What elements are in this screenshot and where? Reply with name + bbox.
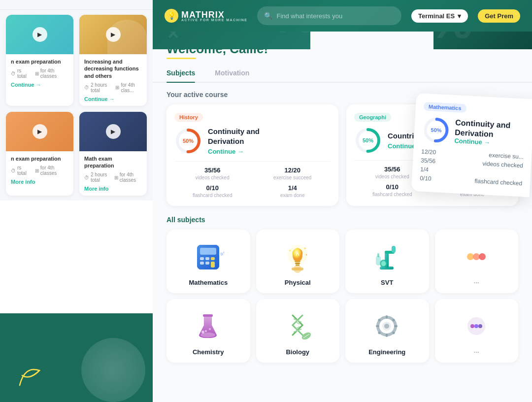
play-button-3[interactable]: ▶ [33, 124, 47, 139]
floating-badge: Mathematics [424, 102, 466, 113]
svg-point-40 [205, 330, 207, 332]
app-header: 💡 MATHRIX ACTIVE FOR MORE MACHINE 🔍 Term… [153, 0, 532, 32]
all-subjects-title: All subjects [153, 216, 532, 224]
search-input[interactable] [276, 12, 395, 20]
subject-svt[interactable]: SVT [345, 230, 429, 293]
chemistry-icon [191, 309, 226, 343]
svt-icon [370, 239, 404, 274]
left-course-card-1[interactable]: ▶ n exam preparation ⏱ rs total ⊞ for 4t… [6, 15, 73, 106]
svg-rect-28 [392, 246, 396, 253]
floating-info: Continuity andDerivation Continue → [454, 118, 511, 147]
main-tabs: Subjects Motivation [153, 64, 532, 83]
floating-stat-label-1: videos checked [482, 160, 523, 169]
svg-rect-16 [295, 263, 300, 264]
continue-action-2[interactable]: Continue → [84, 96, 142, 102]
svg-rect-51 [386, 334, 388, 337]
history-stat-3: 1/4 exam done [255, 184, 331, 198]
play-button-1[interactable]: ▶ [33, 27, 47, 42]
history-progress-label: 50% [183, 138, 194, 144]
mathematics-icon: a+b [191, 239, 226, 274]
svg-rect-15 [295, 261, 300, 262]
search-bar[interactable]: 🔍 [257, 6, 401, 25]
svg-point-60 [474, 324, 478, 328]
active-course-history: History 50% Continuity andDerivation Con… [166, 104, 338, 206]
svg-text:a+b: a+b [219, 248, 224, 256]
floating-stat-label-0: exercise su... [489, 152, 524, 161]
subject-more[interactable]: ··· [435, 230, 519, 293]
welcome-underline [166, 58, 196, 59]
more-info-3[interactable]: More info [11, 179, 68, 185]
history-card-info: Continuity andDerivation Continue → [208, 127, 260, 155]
course-title-1: n exam preparation [11, 58, 68, 65]
subject-biology[interactable]: Biology [256, 299, 340, 363]
more-info-4[interactable]: More info [84, 186, 142, 192]
tab-motivation[interactable]: Motivation [215, 64, 249, 82]
course-meta-3: ⏱ rs total ⊞ for 4th classes [11, 165, 68, 176]
swirl-decoration [15, 361, 44, 392]
more-name: ··· [440, 279, 514, 286]
physical-icon: ✦ ✦ ✦ [280, 239, 315, 274]
course-title-4: Math exam preparation [84, 155, 142, 169]
history-stat-2: 0/10 flashcard checked [174, 184, 251, 198]
avatar-circle [81, 338, 145, 402]
history-stat-label-1: exercise succeed [255, 175, 331, 180]
svg-point-39 [209, 328, 211, 330]
history-stat-1: 12/20 exercise succeed [255, 167, 331, 180]
subject-chemistry[interactable]: Chemistry [166, 299, 250, 363]
hours-4: 2 hours total [91, 172, 109, 183]
left-course-card-3[interactable]: ▶ n exam preparation ⏱ rs total ⊞ for 4t… [6, 112, 73, 196]
history-card-main: 50% Continuity andDerivation Continue → [174, 127, 331, 155]
continue-action-1[interactable]: Continue → [11, 82, 68, 88]
svg-rect-32 [377, 253, 379, 257]
play-button-2[interactable]: ▶ [106, 27, 121, 42]
svg-point-30 [381, 261, 386, 266]
subject-mathematics[interactable]: a+b Mathematics [166, 230, 250, 293]
svt-name: SVT [350, 279, 424, 286]
svg-rect-6 [200, 248, 216, 255]
hours-2: 2 hours total [91, 82, 110, 93]
history-badge: History [174, 113, 203, 122]
floating-stat-value-1: 35/56 [421, 157, 436, 165]
svg-rect-36 [203, 314, 213, 317]
svg-point-49 [384, 324, 389, 329]
svg-point-24 [294, 265, 301, 273]
tab-subjects[interactable]: Subjects [166, 64, 195, 82]
mathematics-name: Mathematics [171, 279, 245, 286]
more2-name: ··· [440, 348, 514, 356]
floating-stat-value-2: 1/4 [420, 166, 429, 173]
engineering-icon [370, 309, 404, 343]
play-button-4[interactable]: ▶ [106, 124, 121, 139]
left-course-card-4[interactable]: ▶ Math exam preparation ⏱ 2 hours total … [79, 112, 147, 196]
terminal-selector[interactable]: Terminal ES ▾ [411, 9, 468, 23]
logo-tagline: ACTIVE FOR MORE MACHINE [181, 18, 247, 22]
subject-engineering[interactable]: Engineering [345, 299, 429, 363]
svg-rect-50 [386, 315, 388, 319]
history-continue[interactable]: Continue → [208, 148, 260, 155]
classes-4: for 4th classes [120, 172, 142, 183]
course-grid: ▶ n exam preparation ⏱ rs total ⊞ for 4t… [0, 10, 153, 201]
subject-more-2[interactable]: ··· [435, 299, 519, 363]
course-title-2: Increasing and decreasing functions and … [84, 58, 142, 79]
left-panel: ▶ n exam preparation ⏱ rs total ⊞ for 4t… [0, 0, 153, 402]
get-premium-button[interactable]: Get Prem [478, 9, 520, 23]
history-stat-0: 35/56 videos checked [174, 167, 251, 180]
geo-progress-circle: 50% [354, 127, 382, 154]
subject-physical[interactable]: ✦ ✦ ✦ Physical [256, 230, 340, 293]
classes-1: for 4th classes [40, 68, 68, 79]
floating-title: Continuity andDerivation [455, 118, 511, 139]
hours-1: rs total [17, 68, 30, 79]
floating-stat-value-3: 0/10 [420, 174, 432, 182]
svg-text:✦: ✦ [289, 249, 291, 252]
subjects-grid: a+b Mathematics [153, 230, 532, 293]
more-icon [459, 239, 494, 274]
svg-rect-8 [205, 257, 209, 260]
left-course-card-2[interactable]: ▶ Increasing and decreasing functions an… [79, 15, 147, 106]
history-progress-circle: 50% [174, 127, 202, 155]
left-panel-courses: ▶ n exam preparation ⏱ rs total ⊞ for 4t… [0, 0, 153, 315]
svg-point-61 [478, 324, 482, 328]
geo-progress-label: 50% [363, 137, 373, 143]
biology-name: Biology [261, 348, 335, 356]
svg-rect-52 [394, 325, 398, 327]
history-stat-label-3: exam done [255, 193, 331, 198]
app-logo: 💡 MATHRIX ACTIVE FOR MORE MACHINE [165, 9, 247, 23]
